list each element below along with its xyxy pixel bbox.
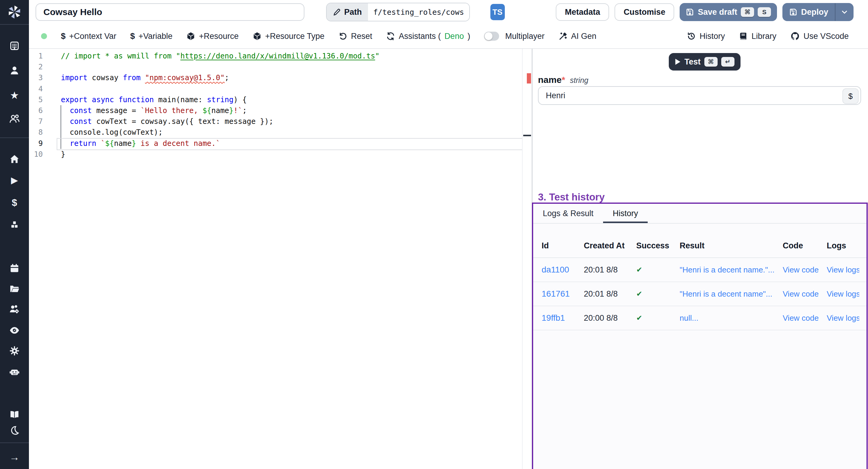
refresh-icon	[386, 32, 395, 41]
gear-icon	[9, 346, 20, 356]
users-gear-icon	[9, 304, 20, 315]
building-icon	[9, 41, 20, 51]
sidebar-item-audit-logs[interactable]	[0, 320, 29, 341]
code-editor[interactable]: 12345678910 // import * as wmill from "h…	[29, 49, 532, 469]
code-line[interactable]: import cowsay from "npm:cowsay@1.5.0";	[61, 72, 522, 83]
sidebar-item-workers[interactable]	[0, 362, 29, 382]
job-id-link[interactable]: 161761	[541, 289, 584, 299]
success-check-icon: ✔	[636, 290, 680, 298]
sidebar-collapse-button[interactable]: →	[0, 447, 29, 467]
result-link[interactable]: "Henri is a decent name"...	[680, 289, 783, 299]
sidebar-item-user[interactable]	[0, 60, 29, 81]
result-link[interactable]: null...	[680, 313, 783, 323]
use-vscode-button[interactable]: Use VScode	[790, 31, 849, 41]
editor-toolbar: $ +Context Var $ +Variable +Resource +Re…	[29, 24, 868, 49]
code-lines: // import * as wmill from "https://deno.…	[61, 51, 522, 160]
add-variable-label: +Variable	[138, 32, 173, 41]
view-logs-link[interactable]: View logs	[827, 313, 859, 323]
tab-logs-result[interactable]: Logs & Result	[533, 204, 603, 223]
edit-path-button[interactable]: Path	[327, 3, 368, 21]
sidebar-item-variables[interactable]: $	[0, 192, 29, 213]
code-line[interactable]: // import * as wmill from "https://deno.…	[61, 51, 522, 61]
history-button[interactable]: History	[687, 32, 725, 41]
result-link[interactable]: "Henri is a decent name."...	[680, 265, 783, 275]
view-logs-link[interactable]: View logs	[827, 289, 859, 299]
ai-gen-button[interactable]: AI Gen	[558, 32, 596, 41]
history-label: History	[700, 32, 725, 41]
test-label: Test	[684, 57, 701, 67]
sidebar: ★ ▶ $	[0, 0, 29, 469]
view-logs-link[interactable]: View logs	[827, 265, 859, 275]
add-resource-label: +Resource	[199, 32, 239, 41]
deploy-main[interactable]: Deploy	[782, 7, 835, 17]
sidebar-item-groups[interactable]	[0, 108, 29, 129]
customise-button[interactable]: Customise	[615, 3, 674, 21]
assistants-button[interactable]: Assistants (Deno)	[386, 32, 470, 41]
code-line[interactable]	[61, 61, 522, 72]
job-id-link[interactable]: 19ffb1	[541, 313, 584, 323]
created-at-cell: 20:01 8/8	[584, 265, 636, 275]
dollar-icon: $	[12, 198, 17, 207]
add-resource-button[interactable]: +Resource	[186, 32, 239, 41]
multiplayer-toggle[interactable]	[484, 32, 499, 41]
add-resource-type-button[interactable]: +Resource Type	[253, 32, 324, 41]
code-line[interactable]: const message = `Hello there, ${name}!`;	[61, 105, 522, 116]
test-history-title: 3. Test history	[538, 191, 604, 203]
test-button[interactable]: Test ⌘ ↵	[669, 53, 741, 70]
deploy-label: Deploy	[801, 7, 828, 17]
sidebar-item-home[interactable]	[0, 149, 29, 169]
view-code-link[interactable]: View code	[783, 265, 827, 275]
metadata-button[interactable]: Metadata	[556, 3, 609, 21]
history-table-head: IdCreated AtSuccessResultCodeLogs	[533, 234, 867, 258]
add-variable-button[interactable]: $ +Variable	[130, 31, 173, 41]
typescript-badge-label: TS	[493, 7, 502, 17]
table-row: 19ffb120:00 8/8✔null...View codeView log…	[533, 306, 867, 330]
table-row: da110020:01 8/8✔"Henri is a decent name.…	[533, 258, 867, 282]
line-number: 5	[29, 94, 43, 105]
code-line[interactable]: }	[61, 149, 522, 160]
sidebar-item-workspace[interactable]	[0, 36, 29, 56]
view-code-link[interactable]: View code	[783, 313, 827, 323]
windmill-logo[interactable]	[0, 0, 29, 24]
deploy-dropdown-button[interactable]	[835, 8, 854, 16]
code-line[interactable]: return `${name} is a decent name.`	[61, 138, 522, 149]
save-draft-button[interactable]: Save draft ⌘ S	[680, 3, 777, 21]
view-code-link[interactable]: View code	[783, 289, 827, 299]
connection-status-dot	[41, 33, 47, 39]
sidebar-divider	[0, 137, 29, 138]
field-name: name	[538, 75, 561, 85]
toggle-knob	[485, 32, 493, 40]
dollar-icon: $	[61, 31, 66, 41]
line-number: 3	[29, 72, 43, 83]
path-input[interactable]	[368, 3, 469, 21]
path-label: Path	[344, 7, 362, 17]
library-button[interactable]: Library	[739, 32, 776, 41]
insert-variable-button[interactable]: $	[842, 88, 859, 104]
job-id-link[interactable]: da1100	[541, 265, 584, 275]
sidebar-item-resources[interactable]	[0, 215, 29, 235]
code-line[interactable]: console.log(cowText);	[61, 127, 522, 138]
sidebar-item-workers-groups[interactable]	[0, 299, 29, 319]
success-check-icon: ✔	[636, 314, 680, 322]
code-line[interactable]: const cowText = cowsay.say({ text: messa…	[61, 116, 522, 127]
sidebar-item-favorites[interactable]: ★	[0, 85, 29, 105]
sidebar-item-folders[interactable]	[0, 279, 29, 299]
success-check-icon: ✔	[636, 265, 680, 274]
pencil-icon	[333, 8, 341, 16]
code-line[interactable]	[61, 84, 522, 94]
users-icon	[9, 113, 20, 124]
path-group: Path	[326, 3, 470, 22]
add-context-var-button[interactable]: $ +Context Var	[61, 31, 116, 41]
name-field-input[interactable]	[538, 86, 861, 105]
sidebar-item-dark-mode[interactable]	[0, 420, 29, 441]
sidebar-item-schedules[interactable]	[0, 258, 29, 279]
sidebar-item-runs[interactable]: ▶	[0, 170, 29, 190]
sidebar-item-settings[interactable]	[0, 341, 29, 361]
assistants-label: Assistants (	[399, 32, 441, 41]
tab-history[interactable]: History	[603, 204, 648, 223]
created-at-cell: 20:01 8/8	[584, 289, 636, 299]
script-title-input[interactable]	[36, 3, 304, 21]
reset-button[interactable]: Reset	[338, 32, 373, 41]
deploy-button[interactable]: Deploy	[782, 3, 854, 21]
code-line[interactable]: export async function main(name: string)…	[61, 94, 522, 105]
